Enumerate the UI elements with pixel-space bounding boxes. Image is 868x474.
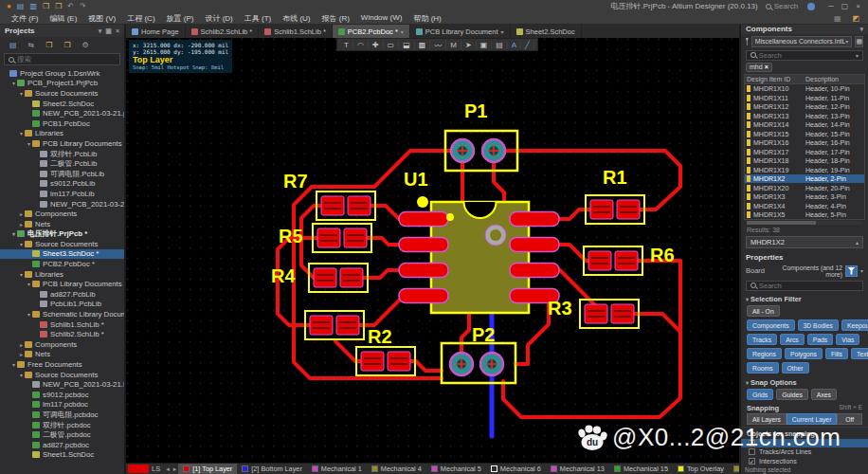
- tree-item[interactable]: ▾Libraries: [0, 269, 124, 280]
- layers-scroll-right-icon[interactable]: ▸: [172, 465, 179, 473]
- resistor-pad[interactable]: [388, 352, 410, 371]
- designator-label-R4[interactable]: R4: [271, 265, 296, 286]
- tab-home-page[interactable]: Home Page: [126, 25, 186, 38]
- tree-item[interactable]: 双排针.PcbLib: [0, 149, 124, 159]
- resistor-pad[interactable]: [314, 268, 336, 287]
- collapse-icon[interactable]: ▾: [18, 130, 25, 137]
- resistor-pad[interactable]: [348, 196, 371, 215]
- resistor-pad[interactable]: [344, 228, 367, 247]
- layer-set-label[interactable]: LS: [152, 465, 160, 473]
- designator-label-R1[interactable]: R1: [603, 167, 627, 188]
- component-row[interactable]: MHDR1X15Header, 15-Pin: [745, 129, 864, 138]
- menu-windoww[interactable]: Window (W): [355, 13, 408, 24]
- checkbox[interactable]: ✓: [749, 458, 755, 465]
- resistor-pad[interactable]: [336, 316, 359, 335]
- filter-icon[interactable]: [746, 38, 749, 46]
- undo-icon[interactable]: ↶: [67, 2, 74, 10]
- tree-item[interactable]: NEW_PCB_2021-03-21.PcbLib: [0, 379, 124, 390]
- tree-item[interactable]: 二极管.pcbdoc: [0, 429, 124, 440]
- grid-view-button[interactable]: ▦: [855, 36, 863, 47]
- tool-icon-9[interactable]: ▣: [477, 41, 493, 49]
- tab-schlib2-schlib-[interactable]: Schlib2.SchLib *: [186, 25, 260, 38]
- menu-r[interactable]: 报告 (R): [316, 13, 355, 24]
- tree-item[interactable]: lm117.PcbLib: [0, 189, 124, 199]
- redo-icon[interactable]: ↷: [80, 2, 86, 10]
- component-row[interactable]: MHDR1X14Header, 14-Pin: [745, 120, 864, 130]
- filter-button-keepouts[interactable]: Keepouts: [841, 319, 868, 331]
- tab-pcb-library-document[interactable]: PCB Library Document▾: [410, 25, 511, 38]
- save-icon[interactable]: ▤: [17, 2, 25, 10]
- resistor-pad[interactable]: [588, 251, 611, 270]
- tree-item[interactable]: Sheet3.SchDoc *: [0, 249, 124, 260]
- tool-icon-3[interactable]: ▭: [384, 41, 400, 49]
- snap-button-guides[interactable]: Guides: [776, 389, 808, 400]
- ic-pad[interactable]: [510, 264, 559, 278]
- menu-d[interactable]: 设计 (D): [199, 13, 238, 24]
- chevron-down-icon[interactable]: ▾: [856, 52, 859, 59]
- open-project-icon[interactable]: ❒: [55, 2, 62, 10]
- resistor-pad[interactable]: [310, 316, 333, 335]
- filter-button-arcs[interactable]: Arcs: [780, 334, 805, 345]
- filter-button-fills[interactable]: Fills: [825, 348, 848, 359]
- properties-search[interactable]: [746, 281, 863, 291]
- designator-label-R7[interactable]: R7: [283, 171, 308, 191]
- layer-tab-mechanical-6[interactable]: Mechanical 6: [486, 464, 546, 474]
- collapse-icon[interactable]: ▾: [26, 311, 32, 318]
- layer-tab-mechanical-15[interactable]: Mechanical 15: [609, 464, 673, 474]
- layer-tab-bottom-overlay[interactable]: Bottom Overlay: [729, 464, 739, 474]
- components-hscrollbar[interactable]: [747, 221, 862, 224]
- tree-item[interactable]: ▾PCB Library Documents: [0, 279, 124, 289]
- compare-icon[interactable]: ⇆: [28, 41, 35, 49]
- minimize-button[interactable]: ─: [828, 2, 834, 10]
- resistor-pad[interactable]: [615, 251, 638, 270]
- menu-t[interactable]: 工具 (T): [239, 13, 277, 24]
- tool-icon-10[interactable]: ▤: [492, 41, 508, 49]
- component-row[interactable]: MHDR1X12Header, 12-Pin: [745, 102, 864, 112]
- menu-v[interactable]: 视图 (V): [82, 13, 121, 24]
- tree-item[interactable]: ▾Source Documents: [0, 370, 124, 380]
- ic-pad[interactable]: [399, 238, 448, 252]
- maximize-button[interactable]: ▢: [841, 2, 849, 10]
- tool-icon-11[interactable]: A: [508, 41, 521, 49]
- tree-item[interactable]: 可调电阻.pcbdoc: [0, 410, 124, 420]
- collapse-icon[interactable]: ▾: [18, 271, 25, 278]
- designator-label-P2[interactable]: P2: [472, 324, 495, 345]
- tree-item[interactable]: 双排针.pcbdoc: [0, 420, 124, 430]
- layer-tab-mechanical-4[interactable]: Mechanical 4: [367, 464, 426, 474]
- filter-button-3d-bodies[interactable]: 3D Bodies: [798, 319, 839, 331]
- tree-item[interactable]: NEW_PCB_2021-03-211.PcbLib: [0, 199, 124, 210]
- ic-pad[interactable]: [510, 238, 559, 252]
- panel-header-icon[interactable]: ×: [116, 27, 119, 34]
- tool-icon-5[interactable]: ▩: [415, 41, 431, 49]
- tool-icon-8[interactable]: ➤: [461, 41, 477, 49]
- tree-item[interactable]: ▸Nets: [0, 219, 124, 229]
- collapse-icon[interactable]: ▾: [26, 281, 32, 287]
- filter-button-other[interactable]: Other: [782, 362, 809, 374]
- tree-item[interactable]: Sheet1.SchDoc: [0, 450, 124, 461]
- components-search[interactable]: ▾: [746, 50, 863, 61]
- snap-options-section[interactable]: ▾Snap Options: [741, 375, 868, 388]
- component-row[interactable]: MHDR1X16Header, 16-Pin: [745, 138, 864, 148]
- tool-icon-12[interactable]: ╱: [521, 41, 534, 49]
- tree-item[interactable]: 二极管.PcbLib: [0, 158, 124, 169]
- chevron-down-icon[interactable]: ▾: [401, 28, 404, 35]
- tab-schlib1-schlib-[interactable]: Schlib1.SchLib *: [259, 25, 333, 38]
- properties-search-input[interactable]: [759, 282, 857, 290]
- components-table-header[interactable]: Design Item ID Description: [745, 75, 864, 84]
- menu-c[interactable]: 工程 (C): [121, 13, 160, 24]
- expand-icon[interactable]: ▸: [18, 221, 25, 228]
- layers-scroll-left-icon[interactable]: ◂: [164, 465, 172, 473]
- designator-label-U1[interactable]: U1: [404, 169, 428, 190]
- component-row[interactable]: MHDR1X5Header, 5-Pin: [745, 210, 864, 220]
- tab-pcb2-pcbdoc-[interactable]: PCB2.PcbDoc *▾: [333, 25, 410, 38]
- resistor-pad[interactable]: [617, 200, 640, 219]
- menu-f[interactable]: 文件 (F): [6, 13, 44, 24]
- tree-item[interactable]: 可调电阻.PcbLib: [0, 169, 124, 179]
- folder-icon[interactable]: ❒: [63, 41, 70, 49]
- library-dropdown[interactable]: Miscellaneous Connectors.IntL ▾: [751, 36, 853, 47]
- designator-label-R3[interactable]: R3: [548, 298, 572, 319]
- designator-label-P1[interactable]: P1: [464, 100, 487, 121]
- filter-chip[interactable]: mhd ×: [746, 63, 772, 72]
- ic-pad[interactable]: [399, 264, 448, 278]
- designator-label-R2[interactable]: R2: [368, 326, 392, 347]
